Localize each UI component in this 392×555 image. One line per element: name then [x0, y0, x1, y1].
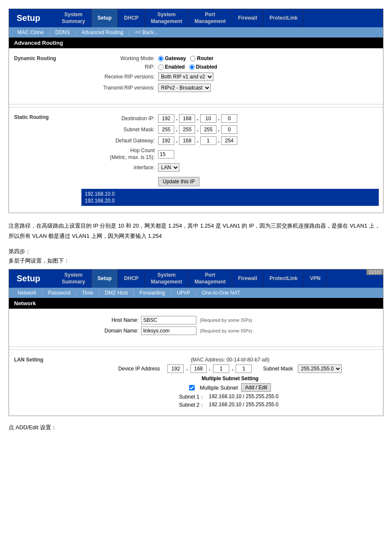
panel2-tab-system-management[interactable]: SystemManagement	[145, 269, 188, 288]
network-form: Host Name: (Required by some ISPs) Domai…	[77, 316, 383, 337]
add-edit-button[interactable]: Add / Edit	[241, 383, 271, 392]
enabled-label: Enabled	[165, 64, 185, 70]
gateway-radio-label[interactable]: Gateway	[158, 55, 186, 61]
dynamic-routing-row: Dynamic Routing Working Mode: Gateway Ro…	[9, 48, 383, 101]
rip-disabled-label[interactable]: Disabled	[189, 64, 217, 70]
dest-ip-1[interactable]	[158, 114, 174, 123]
tab-system-summary[interactable]: SystemSummary	[56, 9, 92, 27]
update-ip-button[interactable]: Update this IP	[158, 177, 199, 186]
hop-count-controls	[158, 150, 174, 159]
hop-count-row: Hop Count(Metric, max. is 15):	[81, 147, 379, 161]
router-radio[interactable]	[190, 56, 196, 61]
interface-controls: LAN	[158, 163, 179, 172]
dest-ip-dot-1: .	[176, 116, 177, 121]
lan-setting-form: (MAC Address: 00-14-bf-80-b7-a8) Device …	[77, 357, 383, 409]
subnav2-network[interactable]: Network	[13, 289, 40, 297]
subnet-dot-1: .	[176, 127, 177, 133]
mac-address-note: (MAC Address: 00-14-bf-80-b7-a8)	[81, 357, 379, 363]
subnet-mask-row: Subnet Mask: . . .	[81, 125, 379, 134]
subnet1-label: Subnet 1：	[175, 393, 205, 401]
rip-enabled-label[interactable]: Enabled	[158, 64, 185, 70]
dest-ip-3[interactable]	[200, 114, 216, 123]
tab-firewall[interactable]: Firewall	[232, 9, 264, 27]
rip-disabled-radio[interactable]	[189, 64, 195, 70]
panel2-content: Network Host Name: (Required by some ISP…	[9, 298, 383, 416]
lan-ip-4[interactable]	[236, 364, 252, 373]
subnet-mask-select[interactable]: 255.255.255.0	[298, 364, 342, 373]
panel1-nav-tabs: SystemSummary Setup DHCP SystemManagemen…	[56, 9, 383, 27]
subnav-back[interactable]: << Back...	[131, 29, 162, 36]
default-gw-3[interactable]	[200, 136, 216, 145]
subnav2-upnp[interactable]: UPnP	[173, 289, 194, 297]
subnet-mask-2[interactable]	[179, 125, 195, 134]
default-gw-2[interactable]	[179, 136, 195, 145]
tab-protectlink[interactable]: ProtectLink	[263, 9, 304, 27]
hop-count-label: Hop Count(Metric, max. is 15):	[81, 147, 158, 161]
route-row-2: 192.168.20.0	[85, 197, 375, 204]
subnet-mask-label2: Subnet Mask	[263, 366, 293, 372]
router-radio-label[interactable]: Router	[190, 55, 213, 61]
section-header-network: Network	[9, 298, 383, 309]
host-name-label: Host Name:	[81, 317, 141, 323]
panel2-tab-dhcp[interactable]: DHCP	[118, 269, 145, 288]
subnet-mask-1[interactable]	[158, 125, 174, 134]
subnav2-dmz-host[interactable]: DMZ Host	[101, 289, 132, 297]
tab-port-management[interactable]: PortManagement	[188, 9, 232, 27]
multi-subnet-setting-label: Multiple Subnet Setting	[81, 376, 379, 382]
default-gw-1[interactable]	[158, 136, 174, 145]
panel2-subnav: Network | Password | Time | DMZ Host | F…	[9, 288, 383, 298]
tab-dhcp[interactable]: DHCP	[118, 9, 145, 27]
receive-rip-row: Receive RIP versions: Both RIP v1 and v2	[81, 72, 379, 81]
router-panel-2: 10/100 Setup SystemSummary Setup DHCP Sy…	[9, 269, 383, 416]
tab-setup[interactable]: Setup	[92, 9, 118, 27]
subnav-ddns[interactable]: DDNS	[51, 29, 74, 36]
panel1-header: Setup SystemSummary Setup DHCP SystemMan…	[9, 9, 383, 27]
panel2-tab-system-summary[interactable]: SystemSummary	[56, 269, 92, 288]
subnet2-label: Subnet 2：	[175, 402, 205, 409]
subnet-mask-controls: . . .	[158, 125, 237, 134]
subnet-mask-3[interactable]	[200, 125, 216, 134]
panel2-tab-firewall[interactable]: Firewall	[232, 269, 264, 288]
footer-note: 点 ADD/Edit 设置：	[9, 424, 383, 431]
dest-ip-controls: . . .	[158, 114, 237, 123]
panel2-tab-port-management[interactable]: PortManagement	[188, 269, 232, 288]
transmit-rip-select[interactable]: RIPv2 - Broadcast	[158, 84, 211, 92]
hop-count-input[interactable]	[158, 150, 174, 159]
host-name-input[interactable]	[141, 316, 196, 324]
tab-system-management[interactable]: SystemManagement	[145, 9, 188, 27]
multiple-subnet-checkbox[interactable]	[189, 385, 195, 390]
subnav2-password[interactable]: Password	[43, 289, 75, 297]
subnet-mask-4[interactable]	[221, 125, 237, 134]
lan-ip-1[interactable]	[167, 364, 184, 373]
subnav2-forwarding[interactable]: Forwarding	[135, 289, 170, 297]
dest-ip-dot-2: .	[197, 116, 198, 121]
subnav-mac-clone[interactable]: MAC Clone	[13, 29, 48, 36]
subnav2-one-to-one-nat[interactable]: One-to-One NAT	[198, 289, 245, 297]
receive-rip-controls: Both RIP v1 and v2	[158, 72, 213, 81]
lan-ip-3[interactable]	[213, 364, 229, 373]
lan-ip-2[interactable]	[190, 364, 207, 373]
network-settings-row: Host Name: (Required by some ISPs) Domai…	[9, 309, 383, 344]
rip-enabled-radio[interactable]	[158, 64, 164, 70]
domain-name-input[interactable]	[141, 327, 196, 335]
dest-ip-2[interactable]	[179, 114, 195, 123]
multiple-subnet-row: Multiple Subnet Add / Edit	[81, 383, 379, 392]
device-ip-label: Device IP Address	[118, 366, 160, 372]
dest-ip-4[interactable]	[221, 114, 237, 123]
receive-rip-select[interactable]: Both RIP v1 and v2	[158, 72, 213, 81]
panel2-tab-vpn[interactable]: VPN	[304, 269, 327, 288]
panel2-tab-setup[interactable]: Setup	[92, 269, 118, 288]
rip-label: RIP:	[81, 64, 158, 70]
interface-select[interactable]: LAN	[158, 163, 179, 172]
default-gw-4[interactable]	[221, 136, 237, 145]
gateway-radio[interactable]	[158, 56, 164, 61]
panel2-tab-protectlink[interactable]: ProtectLink	[263, 269, 304, 288]
rip-controls: Enabled Disabled	[158, 64, 217, 70]
subnav-advanced-routing[interactable]: Advanced Routing	[77, 29, 127, 36]
step4-label: 第四步：	[9, 248, 383, 255]
subnav2-time[interactable]: Time	[78, 289, 97, 297]
panel1-content: Advanced Routing Dynamic Routing Working…	[9, 38, 383, 213]
section-header-advanced-routing: Advanced Routing	[9, 38, 383, 48]
router-panel-1: Setup SystemSummary Setup DHCP SystemMan…	[9, 9, 383, 213]
gateway-label: Gateway	[165, 55, 186, 61]
